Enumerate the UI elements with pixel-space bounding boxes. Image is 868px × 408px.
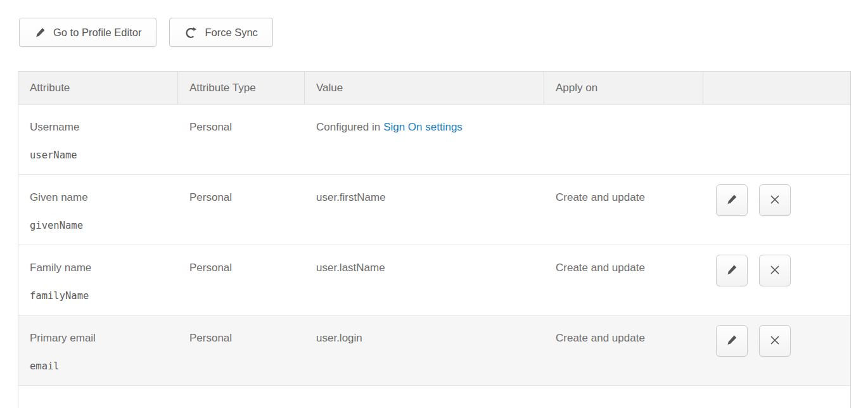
- attribute-label: Username: [30, 121, 172, 134]
- force-sync-button[interactable]: Force Sync: [169, 18, 272, 47]
- attribute-mappings-page: Go to Profile Editor Force Sync Attribut…: [0, 0, 868, 408]
- close-icon: [769, 193, 781, 208]
- value-text: user.lastName: [316, 262, 385, 274]
- attribute-variable: givenName: [30, 220, 172, 231]
- value-cell: user.lastName: [305, 245, 544, 315]
- sign-on-settings-link[interactable]: Sign On settings: [383, 121, 463, 133]
- force-sync-label: Force Sync: [205, 27, 257, 39]
- value-text: user.firstName: [316, 191, 386, 203]
- column-header-apply-on: Apply on: [544, 72, 703, 104]
- delete-attribute-button[interactable]: [759, 184, 791, 216]
- attribute-variable: email: [30, 360, 172, 372]
- column-header-attribute: Attribute: [18, 72, 178, 104]
- column-header-attribute-type: Attribute Type: [178, 72, 305, 104]
- close-icon: [769, 264, 781, 278]
- attribute-cell: Family name familyName: [18, 245, 178, 315]
- column-header-value: Value: [305, 72, 544, 104]
- table-body: Username userName Personal Configured in…: [18, 105, 850, 386]
- attribute-type: Personal: [178, 316, 305, 385]
- value-cell: Configured inSign On settings: [305, 105, 544, 174]
- attribute-label: Given name: [30, 191, 172, 204]
- row-actions: [703, 175, 791, 245]
- attribute-cell: Username userName: [18, 105, 178, 174]
- refresh-icon: [184, 26, 198, 39]
- pencil-icon: [725, 193, 738, 208]
- value-text: Configured in: [316, 121, 380, 133]
- apply-on-value: [544, 105, 703, 174]
- value-cell: user.firstName: [305, 175, 544, 245]
- delete-attribute-button[interactable]: [759, 255, 791, 286]
- attribute-type: Personal: [178, 105, 305, 174]
- apply-on-value: Create and update: [544, 175, 703, 245]
- attribute-type: Personal: [178, 245, 305, 315]
- close-icon: [769, 334, 781, 348]
- table-row: Username userName Personal Configured in…: [18, 105, 850, 175]
- column-header-actions: [703, 72, 850, 104]
- table-header-row: Attribute Attribute Type Value Apply on: [18, 72, 850, 105]
- pencil-icon: [725, 264, 738, 278]
- attribute-cell: Primary email email: [18, 316, 178, 385]
- table-row: Primary email email Personal user.login …: [18, 316, 850, 386]
- toolbar: Go to Profile Editor Force Sync: [19, 18, 273, 47]
- attribute-variable: familyName: [30, 290, 172, 302]
- table-row: Family name familyName Personal user.las…: [18, 245, 850, 316]
- row-actions: [703, 105, 716, 174]
- value-text: user.login: [316, 332, 362, 344]
- empty-row: [18, 386, 850, 408]
- row-actions: [703, 316, 791, 385]
- edit-attribute-button[interactable]: [716, 325, 748, 357]
- attribute-label: Family name: [30, 262, 172, 274]
- pencil-icon: [725, 334, 738, 348]
- attribute-cell: Given name givenName: [18, 175, 178, 245]
- apply-on-value: Create and update: [544, 245, 703, 315]
- delete-attribute-button[interactable]: [759, 325, 791, 357]
- edit-attribute-button[interactable]: [716, 255, 748, 286]
- attribute-variable: userName: [30, 150, 172, 161]
- apply-on-value: Create and update: [544, 316, 703, 385]
- edit-attribute-button[interactable]: [716, 184, 748, 216]
- table-row: Given name givenName Personal user.first…: [18, 175, 850, 245]
- attribute-type: Personal: [178, 175, 305, 245]
- go-to-profile-editor-button[interactable]: Go to Profile Editor: [19, 18, 156, 47]
- attribute-label: Primary email: [30, 332, 172, 345]
- go-to-profile-editor-label: Go to Profile Editor: [53, 27, 141, 39]
- pencil-icon: [34, 27, 46, 39]
- attribute-mapping-table: Attribute Attribute Type Value Apply on …: [18, 71, 851, 408]
- value-cell: user.login: [305, 316, 544, 385]
- row-actions: [703, 245, 791, 315]
